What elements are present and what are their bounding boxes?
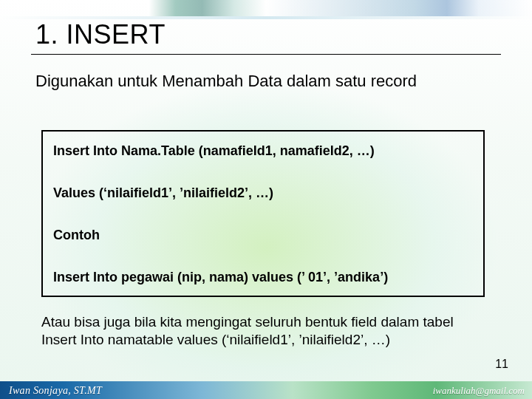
outro-line: Atau bisa juga bila kita mengingat selur… [41,314,454,330]
outro-text: Atau bisa juga bila kita mengingat selur… [41,313,492,349]
outro-line: Insert Into namatable values (‘nilaifiel… [41,332,390,347]
code-line: Insert Into pegawai (nip, nama) values (… [53,270,473,285]
syntax-box: Insert Into Nama.Table (namafield1, nama… [41,130,485,297]
footer-author: Iwan Sonjaya, ST.MT [9,385,102,397]
page-number: 11 [495,358,508,371]
top-decoration [0,0,532,16]
footer-email: iwankuliah@gmail.com [433,385,525,397]
code-line: Insert Into Nama.Table (namafield1, nama… [53,143,473,159]
slide: 1. INSERT Digunakan untuk Menambah Data … [0,0,532,399]
slide-title: 1. INSERT [35,19,166,50]
code-line: Contoh [53,228,473,243]
code-line: Values (‘nilaifield1’, ’nilaifield2’, …) [53,185,473,201]
intro-text: Digunakan untuk Menambah Data dalam satu… [35,71,479,92]
